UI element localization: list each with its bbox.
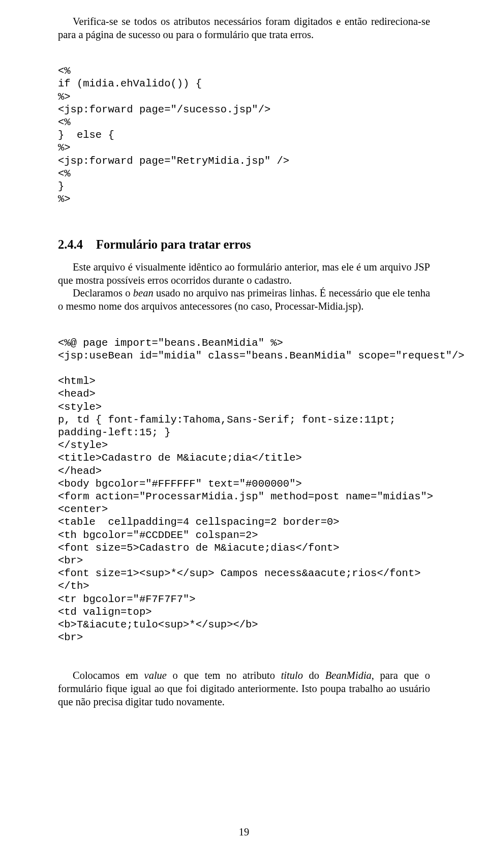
- page-number: 19: [0, 826, 488, 839]
- closing-paragraph: Colocamos em value o que tem no atributo…: [58, 669, 430, 708]
- section-number: 2.4.4: [58, 237, 83, 251]
- italic-bean: bean: [133, 287, 154, 298]
- italic-titulo: titulo: [281, 670, 303, 681]
- italic-value: value: [144, 670, 167, 681]
- section-para-1: Este arquivo é visualmente idêntico ao f…: [58, 261, 430, 287]
- section-para-2: Declaramos o bean usado no arquivo nas p…: [58, 287, 430, 313]
- italic-beanmidia: BeanMidia: [325, 670, 372, 681]
- intro-paragraph: Verifica-se se todos os atributos necess…: [58, 15, 430, 41]
- section-heading: 2.4.4Formulário para tratar erros: [58, 237, 430, 253]
- code-block-2: <%@ page import="beans.BeanMidia" %> <js…: [58, 337, 430, 644]
- code-block-1: <% if (midia.ehValido()) { %> <jsp:forwa…: [58, 65, 430, 205]
- section-title: Formulário para tratar erros: [96, 237, 251, 251]
